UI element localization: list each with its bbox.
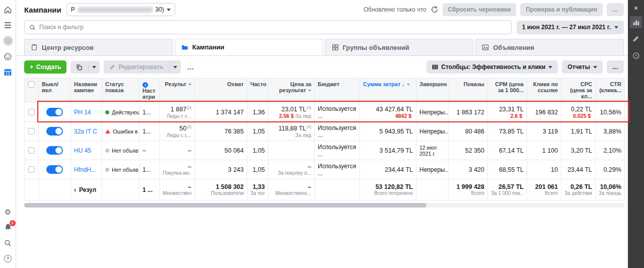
account-name-redacted	[78, 7, 153, 13]
campaign-name-link[interactable]: HU 45	[74, 147, 91, 154]
column-header-reach[interactable]: Охват	[195, 79, 247, 103]
table-row-campaign-ph14[interactable]: PH 14 Действующ 1... 1 887[2]Лиды с с...…	[25, 103, 625, 122]
review-publish-button[interactable]: Проверка и публикация	[520, 3, 603, 16]
column-header-ends[interactable]: Завершен	[416, 79, 449, 103]
home-icon[interactable]	[4, 5, 13, 14]
level-tabs: Центр ресурсов Кампании Группы объявлени…	[16, 37, 628, 56]
topbar: Кампании P 30) Обновлено только что Сбро…	[16, 0, 628, 19]
toolbar-right-more-button[interactable]: …	[607, 60, 624, 74]
chevron-down-icon	[614, 26, 618, 29]
feedback-smiley-icon[interactable]	[4, 52, 13, 61]
campaign-name-link[interactable]: 32a IT C	[74, 128, 97, 135]
notifications-bell-icon[interactable]: 1	[4, 223, 13, 232]
avatar[interactable]	[4, 36, 13, 45]
ad-account-selector[interactable]: P 30)	[66, 3, 175, 16]
select-all-header[interactable]	[25, 79, 39, 103]
tab-ad-sets[interactable]: Группы объявлений	[325, 39, 474, 55]
edit-button[interactable]: Редактировать	[104, 60, 169, 74]
account-name-prefix: P	[71, 6, 75, 13]
column-header-link-clicks[interactable]: Клики по ссылке	[527, 79, 561, 103]
column-header-frequency[interactable]: Часто	[247, 79, 268, 103]
menu-icon[interactable]	[4, 21, 13, 30]
topbar-more-button[interactable]: …	[607, 3, 624, 16]
column-header-results[interactable]: Результ	[160, 79, 195, 103]
chevron-down-icon	[173, 66, 177, 69]
attribution-cell: –	[139, 141, 160, 160]
row-checkbox[interactable]	[28, 147, 35, 154]
campaign-toggle[interactable]	[46, 165, 63, 174]
duplicate-button[interactable]	[70, 61, 88, 74]
campaign-toggle[interactable]	[46, 127, 63, 136]
info-icon: i	[142, 82, 148, 88]
campaign-name-link[interactable]: HfndH...	[74, 166, 96, 173]
help-icon[interactable]: ?	[4, 254, 13, 263]
toolbar-more-button[interactable]: …	[185, 63, 196, 71]
settings-gear-icon[interactable]: ⚙	[4, 207, 13, 216]
attribution-cell: 1...	[139, 122, 160, 141]
column-header-budget[interactable]: Бюджет	[315, 79, 360, 103]
notification-badge: 1	[10, 220, 16, 226]
account-name-suffix: 30)	[155, 6, 164, 13]
create-button[interactable]: + Создать	[24, 60, 66, 74]
discard-drafts-button[interactable]: Сбросить черновики	[443, 3, 517, 16]
column-header-cost-per-result[interactable]: Цена за результат	[268, 79, 315, 103]
column-header-ctr[interactable]: CTR (клика...	[596, 79, 625, 103]
columns-icon	[432, 64, 438, 70]
column-header-impressions[interactable]: Показы	[449, 79, 488, 103]
ends-cell: Непреры...	[416, 103, 449, 122]
campaign-toggle[interactable]	[46, 108, 63, 116]
usd-conversion: 2.6 $	[511, 113, 522, 119]
column-header-cpc[interactable]: CPC (цена за кл...	[561, 79, 596, 103]
status-error-icon	[105, 129, 110, 133]
table-row-campaign-hfndh[interactable]: HfndH... Нет объяв 1... –Покупка мо... 3…	[25, 160, 625, 179]
date-range-picker[interactable]: 1 июн 2021 г. — 27 июл 2021 г.	[517, 21, 624, 34]
edit-options-button[interactable]	[169, 60, 181, 74]
refresh-button[interactable]	[431, 6, 439, 14]
attribution-cell: 1...	[139, 160, 160, 179]
tab-campaigns[interactable]: Кампании	[175, 39, 323, 55]
edit-pencil-icon[interactable]	[630, 33, 642, 45]
sort-icon	[188, 84, 191, 86]
expand-chevron-icon[interactable]: ›	[74, 186, 76, 193]
columns-button[interactable]: Столбцы: Эффективность и клики	[426, 60, 558, 74]
column-header-amount-spent[interactable]: Сумма затрат ↓	[360, 79, 416, 103]
ads-manager-table-icon[interactable]	[4, 68, 13, 77]
row-checkbox[interactable]	[28, 166, 35, 173]
scrollbar-thumb[interactable]	[24, 203, 426, 208]
delivery-status: Ошибки в	[105, 128, 136, 135]
table-row-campaign-32a[interactable]: 32a IT C Ошибки в 1... 50[2]Лиды с с... …	[25, 122, 625, 141]
horizontal-scrollbar[interactable]	[24, 203, 624, 208]
pencil-icon	[109, 64, 115, 70]
column-header-cpm[interactable]: CPM (цена за 1 000...	[488, 79, 527, 103]
delivery-status: Нет объяв	[105, 167, 136, 173]
ends-cell: Непреры...	[416, 160, 449, 179]
reports-button[interactable]: Отчеты	[562, 60, 603, 74]
column-header-status[interactable]: Статус показа	[102, 79, 139, 103]
chevron-down-icon	[92, 66, 96, 69]
performance-chart-icon[interactable]	[630, 16, 642, 28]
history-clock-icon[interactable]	[630, 49, 642, 61]
row-checkbox[interactable]	[28, 128, 35, 135]
duplicate-options-button[interactable]	[88, 61, 100, 74]
search-filter-box[interactable]	[24, 20, 512, 34]
search-input[interactable]	[39, 24, 507, 31]
tab-ads[interactable]: Объявления	[475, 39, 624, 55]
close-icon[interactable]: ×	[634, 4, 638, 12]
ends-cell: Непреры...	[416, 122, 449, 141]
search-rail-icon[interactable]	[4, 238, 13, 247]
campaign-name-link[interactable]: PH 14	[74, 109, 91, 116]
delivery-status: Действующ	[105, 109, 136, 115]
campaign-toggle[interactable]	[46, 146, 63, 155]
select-all-checkbox[interactable]	[28, 81, 35, 88]
column-header-toggle[interactable]: Выкл/вкл	[39, 79, 71, 103]
row-checkbox[interactable]	[28, 109, 35, 115]
attribution-cell: 1 ...	[139, 179, 160, 200]
tab-resource-center[interactable]: Центр ресурсов	[24, 39, 173, 55]
column-header-name[interactable]: Названи кампан	[71, 79, 102, 103]
usd-conversion: 4842 $	[395, 113, 411, 119]
table-row-campaign-hu45[interactable]: HU 45 Нет объяв – – 50 064 1,05 Использу…	[25, 141, 625, 160]
date-range-label: 1 июн 2021 г. — 27 июл 2021 г.	[522, 24, 611, 31]
status-off-icon	[105, 149, 109, 153]
main-content: Кампании P 30) Обновлено только что Сбро…	[16, 0, 628, 268]
column-header-attribution[interactable]: iНаст атри	[139, 79, 160, 103]
